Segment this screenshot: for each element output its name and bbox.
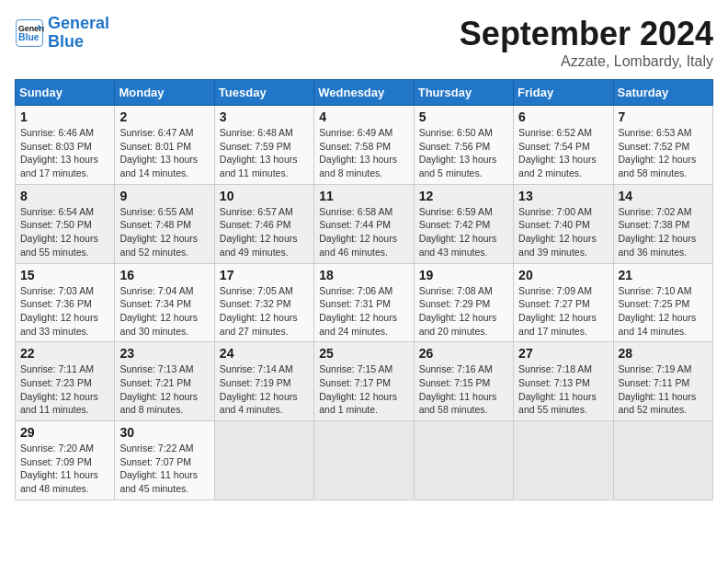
weekday-header-cell: Wednesday <box>314 80 414 106</box>
weekday-header-cell: Saturday <box>613 80 712 106</box>
day-number: 27 <box>518 346 608 361</box>
weekday-header-cell: Sunday <box>16 80 115 106</box>
day-number: 7 <box>619 109 708 124</box>
day-info: Sunrise: 7:19 AM Sunset: 7:11 PM Dayligh… <box>619 362 708 417</box>
calendar-cell: 30Sunrise: 7:22 AM Sunset: 7:07 PM Dayli… <box>115 421 214 500</box>
day-number: 9 <box>119 189 209 203</box>
calendar-cell: 3Sunrise: 6:48 AM Sunset: 7:59 PM Daylig… <box>214 106 313 185</box>
weekday-header-cell: Tuesday <box>214 80 313 106</box>
calendar-cell: 24Sunrise: 7:14 AM Sunset: 7:19 PM Dayli… <box>214 342 313 421</box>
day-info: Sunrise: 7:06 AM Sunset: 7:31 PM Dayligh… <box>319 284 408 339</box>
day-info: Sunrise: 7:15 AM Sunset: 7:17 PM Dayligh… <box>319 362 408 417</box>
day-info: Sunrise: 7:10 AM Sunset: 7:25 PM Dayligh… <box>619 284 708 339</box>
day-info: Sunrise: 6:49 AM Sunset: 7:58 PM Dayligh… <box>319 126 408 180</box>
calendar-cell: 7Sunrise: 6:53 AM Sunset: 7:52 PM Daylig… <box>613 106 712 185</box>
logo-text: General Blue <box>48 15 109 52</box>
calendar-cell: 6Sunrise: 6:52 AM Sunset: 7:54 PM Daylig… <box>514 106 613 185</box>
day-info: Sunrise: 7:00 AM Sunset: 7:40 PM Dayligh… <box>518 205 608 259</box>
logo-line1: General <box>48 14 109 32</box>
calendar-cell: 14Sunrise: 7:02 AM Sunset: 7:38 PM Dayli… <box>613 184 712 263</box>
calendar-cell: 19Sunrise: 7:08 AM Sunset: 7:29 PM Dayli… <box>414 263 513 342</box>
day-number: 30 <box>119 425 209 440</box>
day-number: 3 <box>220 109 309 124</box>
day-info: Sunrise: 6:54 AM Sunset: 7:50 PM Dayligh… <box>20 205 109 259</box>
location-title: Azzate, Lombardy, Italy <box>460 53 713 70</box>
calendar-cell: 22Sunrise: 7:11 AM Sunset: 7:23 PM Dayli… <box>16 342 115 421</box>
day-info: Sunrise: 6:58 AM Sunset: 7:44 PM Dayligh… <box>319 205 408 259</box>
day-info: Sunrise: 7:20 AM Sunset: 7:09 PM Dayligh… <box>20 442 109 496</box>
logo-line2: Blue <box>48 32 84 51</box>
calendar-body: 1Sunrise: 6:46 AM Sunset: 8:03 PM Daylig… <box>16 106 713 500</box>
calendar-cell: 20Sunrise: 7:09 AM Sunset: 7:27 PM Dayli… <box>514 263 613 342</box>
day-info: Sunrise: 6:50 AM Sunset: 7:56 PM Dayligh… <box>419 126 508 180</box>
day-number: 1 <box>20 109 109 124</box>
calendar-cell <box>613 421 712 500</box>
calendar-cell: 18Sunrise: 7:06 AM Sunset: 7:31 PM Dayli… <box>314 263 414 342</box>
title-area: September 2024 Azzate, Lombardy, Italy <box>460 15 713 70</box>
day-info: Sunrise: 7:13 AM Sunset: 7:21 PM Dayligh… <box>119 362 209 417</box>
calendar-cell <box>514 421 613 500</box>
calendar-week-row: 1Sunrise: 6:46 AM Sunset: 8:03 PM Daylig… <box>16 106 713 185</box>
calendar-cell: 23Sunrise: 7:13 AM Sunset: 7:21 PM Dayli… <box>115 342 214 421</box>
day-number: 24 <box>220 346 309 361</box>
day-number: 18 <box>319 268 408 282</box>
calendar-cell: 4Sunrise: 6:49 AM Sunset: 7:58 PM Daylig… <box>314 106 414 185</box>
day-number: 14 <box>619 189 708 203</box>
day-number: 29 <box>20 425 109 440</box>
day-number: 22 <box>20 346 109 361</box>
day-info: Sunrise: 6:46 AM Sunset: 8:03 PM Dayligh… <box>20 126 109 180</box>
day-info: Sunrise: 7:08 AM Sunset: 7:29 PM Dayligh… <box>419 284 508 339</box>
day-number: 10 <box>220 189 309 203</box>
day-number: 28 <box>619 346 708 361</box>
calendar-cell: 15Sunrise: 7:03 AM Sunset: 7:36 PM Dayli… <box>16 263 115 342</box>
day-info: Sunrise: 7:11 AM Sunset: 7:23 PM Dayligh… <box>20 362 109 417</box>
calendar-cell: 28Sunrise: 7:19 AM Sunset: 7:11 PM Dayli… <box>613 342 712 421</box>
logo: General Blue General Blue <box>15 15 109 52</box>
day-number: 25 <box>319 346 408 361</box>
weekday-header-cell: Thursday <box>414 80 513 106</box>
day-info: Sunrise: 7:04 AM Sunset: 7:34 PM Dayligh… <box>119 284 209 339</box>
calendar-cell: 8Sunrise: 6:54 AM Sunset: 7:50 PM Daylig… <box>16 184 115 263</box>
day-number: 21 <box>619 268 708 282</box>
calendar-cell: 26Sunrise: 7:16 AM Sunset: 7:15 PM Dayli… <box>414 342 513 421</box>
day-number: 23 <box>119 346 209 361</box>
day-info: Sunrise: 6:57 AM Sunset: 7:46 PM Dayligh… <box>220 205 309 259</box>
day-info: Sunrise: 7:18 AM Sunset: 7:13 PM Dayligh… <box>518 362 608 417</box>
weekday-header-cell: Friday <box>514 80 613 106</box>
calendar-cell <box>314 421 414 500</box>
calendar-cell <box>414 421 513 500</box>
calendar-week-row: 8Sunrise: 6:54 AM Sunset: 7:50 PM Daylig… <box>16 184 713 263</box>
calendar-cell: 21Sunrise: 7:10 AM Sunset: 7:25 PM Dayli… <box>613 263 712 342</box>
svg-text:Blue: Blue <box>18 32 40 42</box>
day-number: 8 <box>20 189 109 203</box>
day-info: Sunrise: 6:59 AM Sunset: 7:42 PM Dayligh… <box>419 205 508 259</box>
header: General Blue General Blue September 2024… <box>15 15 713 70</box>
day-info: Sunrise: 7:09 AM Sunset: 7:27 PM Dayligh… <box>518 284 608 339</box>
day-number: 19 <box>419 268 508 282</box>
day-info: Sunrise: 7:05 AM Sunset: 7:32 PM Dayligh… <box>220 284 309 339</box>
calendar-cell: 25Sunrise: 7:15 AM Sunset: 7:17 PM Dayli… <box>314 342 414 421</box>
day-number: 20 <box>518 268 608 282</box>
calendar-cell: 11Sunrise: 6:58 AM Sunset: 7:44 PM Dayli… <box>314 184 414 263</box>
calendar-cell: 16Sunrise: 7:04 AM Sunset: 7:34 PM Dayli… <box>115 263 214 342</box>
day-number: 2 <box>119 109 209 124</box>
logo-icon: General Blue <box>15 18 44 48</box>
day-number: 26 <box>419 346 508 361</box>
day-info: Sunrise: 6:47 AM Sunset: 8:01 PM Dayligh… <box>119 126 209 180</box>
calendar-cell <box>214 421 313 500</box>
calendar-cell: 27Sunrise: 7:18 AM Sunset: 7:13 PM Dayli… <box>514 342 613 421</box>
day-info: Sunrise: 6:48 AM Sunset: 7:59 PM Dayligh… <box>220 126 309 180</box>
calendar-cell: 1Sunrise: 6:46 AM Sunset: 8:03 PM Daylig… <box>16 106 115 185</box>
calendar-week-row: 29Sunrise: 7:20 AM Sunset: 7:09 PM Dayli… <box>16 421 713 500</box>
day-number: 5 <box>419 109 508 124</box>
day-number: 13 <box>518 189 608 203</box>
calendar-cell: 17Sunrise: 7:05 AM Sunset: 7:32 PM Dayli… <box>214 263 313 342</box>
day-number: 4 <box>319 109 408 124</box>
day-number: 11 <box>319 189 408 203</box>
day-number: 6 <box>518 109 608 124</box>
day-info: Sunrise: 7:14 AM Sunset: 7:19 PM Dayligh… <box>220 362 309 417</box>
calendar-cell: 2Sunrise: 6:47 AM Sunset: 8:01 PM Daylig… <box>115 106 214 185</box>
day-info: Sunrise: 6:55 AM Sunset: 7:48 PM Dayligh… <box>119 205 209 259</box>
calendar-cell: 9Sunrise: 6:55 AM Sunset: 7:48 PM Daylig… <box>115 184 214 263</box>
month-title: September 2024 <box>460 15 713 53</box>
